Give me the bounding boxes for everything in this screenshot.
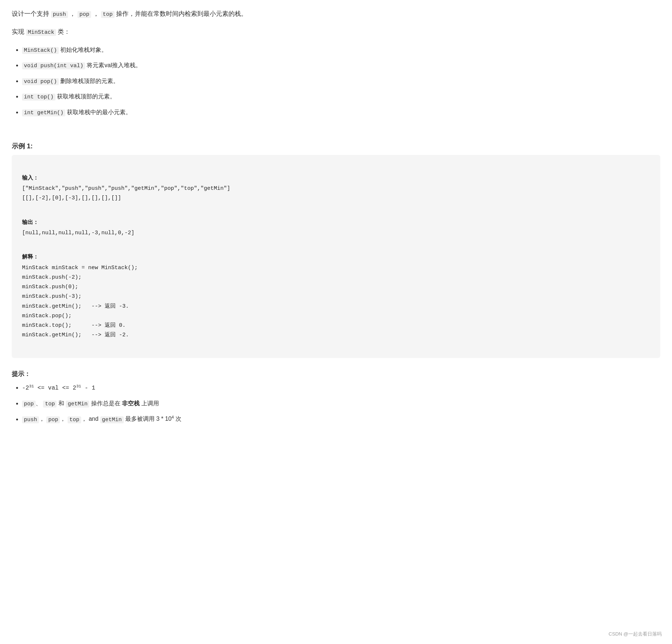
list-item: int top() 获取堆栈顶部的元素。 [22, 91, 660, 102]
method-getmin: int getMin() [22, 109, 65, 116]
explain-line1: MinStack minStack = new MinStack(); [22, 263, 650, 273]
output-label: 输出： [22, 217, 650, 227]
hint-bold-nonempty: 非空栈 [122, 400, 140, 406]
explain-label: 解释： [22, 252, 650, 261]
hints-title: 提示： [12, 370, 660, 378]
method-push: void push(int val) [22, 62, 85, 69]
input-line2: [[],[-2],[0],[-3],[],[],[],[]] [22, 193, 650, 203]
hint-inline-push2: push [22, 416, 39, 423]
list-item: int getMin() 获取堆栈中的最小元素。 [22, 107, 660, 118]
example-code-block: 输入：["MinStack","push","push","push","get… [12, 155, 660, 358]
output-value: [null,null,null,null,-3,null,0,-2] [22, 228, 650, 238]
footer-note: CSDN @一起去看日落吗 [608, 631, 662, 637]
methods-list: MinStack() 初始化堆栈对象。 void push(int val) 将… [12, 45, 660, 118]
method-constructor: MinStack() [22, 47, 59, 54]
input-line1: ["MinStack","push","push","push","getMin… [22, 184, 650, 193]
inline-code-pop: pop [77, 11, 91, 18]
inline-code-push: push [51, 11, 68, 18]
explain-line3: minStack.push(0); [22, 282, 650, 292]
explain-line5: minStack.getMin(); --> 返回 -3. [22, 302, 650, 311]
method-pop: void pop() [22, 78, 59, 85]
hint-item-2: pop、 top 和 getMin 操作总是在 非空栈 上调用 [22, 398, 660, 409]
implement-paragraph: 实现 MinStack 类： [12, 27, 660, 37]
list-item: void pop() 删除堆栈顶部的元素。 [22, 76, 660, 87]
hint-item-3: push， pop， top， and getMin 最多被调用 3 * 104… [22, 414, 660, 424]
hint-inline-top2: top [68, 416, 81, 423]
hint-inline-getmin: getMin [66, 401, 89, 408]
explain-line8: minStack.getMin(); --> 返回 -2. [22, 330, 650, 340]
explain-line7: minStack.top(); --> 返回 0. [22, 321, 650, 330]
input-label: 输入： [22, 173, 650, 182]
hints-section: 提示： -231 <= val <= 231 - 1 pop、 top 和 ge… [12, 370, 660, 425]
hint-math-text: -231 <= val <= 231 - 1 [22, 385, 95, 391]
inline-code-top: top [101, 11, 115, 18]
hint-inline-pop: pop [22, 401, 36, 408]
explain-line6: minStack.pop(); [22, 311, 650, 321]
list-item: void push(int val) 将元素val推入堆栈。 [22, 60, 660, 71]
method-top: int top() [22, 94, 55, 101]
hints-list: -231 <= val <= 231 - 1 pop、 top 和 getMin… [12, 383, 660, 425]
example-label: 示例 1: [12, 142, 660, 151]
hint-inline-top: top [43, 401, 57, 408]
explain-line2: minStack.push(-2); [22, 273, 650, 282]
intro-paragraph: 设计一个支持 push ， pop ， top 操作，并能在常数时间内检索到最小… [12, 9, 660, 19]
explain-line4: minStack.push(-3); [22, 292, 650, 301]
inline-code-minstack: MinStack [26, 29, 56, 36]
hint-inline-getmin2: getMin [100, 416, 124, 423]
hint-item-1: -231 <= val <= 231 - 1 [22, 383, 660, 393]
hint-inline-pop2: pop [46, 416, 60, 423]
list-item: MinStack() 初始化堆栈对象。 [22, 45, 660, 55]
